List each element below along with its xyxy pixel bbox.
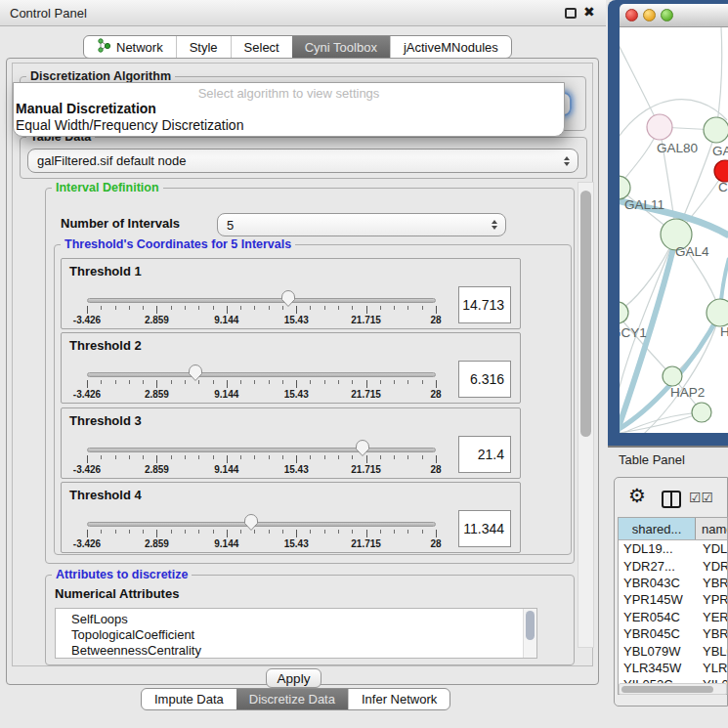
threshold-value-field[interactable]: 14.713 xyxy=(458,286,511,323)
panel-scrollbar-track[interactable] xyxy=(578,182,594,648)
tick-mark xyxy=(296,380,297,388)
table-row[interactable]: YDL19...YDL1 xyxy=(619,540,727,557)
threshold-value-field[interactable]: 21.4 xyxy=(458,436,511,473)
threshold-value-field[interactable]: 11.344 xyxy=(458,510,511,547)
zoom-window-icon[interactable] xyxy=(661,9,673,21)
tick-mark xyxy=(227,530,228,537)
tab-label: Select xyxy=(244,40,279,55)
threshold-row-1: Threshold 1 -3.4262.8599.14415.4321.7152… xyxy=(61,258,521,329)
tick-mark xyxy=(422,380,423,384)
table-data-select[interactable]: galFiltered.sif default node xyxy=(27,149,578,173)
float-panel-icon[interactable] xyxy=(565,8,577,19)
tick-mark xyxy=(213,380,214,384)
slider-track[interactable] xyxy=(87,522,436,527)
dropdown-option-manual[interactable]: Manual Discretization xyxy=(14,101,564,117)
dropdown-option-equal-width[interactable]: Equal Width/Frequency Discretization xyxy=(14,117,564,134)
slider-track[interactable] xyxy=(87,372,436,377)
tick-label: 9.144 xyxy=(214,389,238,400)
network-node[interactable] xyxy=(647,114,672,140)
tab-style[interactable]: Style xyxy=(176,36,231,58)
numerical-attributes-list[interactable]: SelfLoopsTopologicalCoefficientBetweenne… xyxy=(55,608,537,659)
tick-mark xyxy=(310,530,311,534)
table-row[interactable]: YPR145WYPR1 xyxy=(619,591,727,608)
split-columns-icon[interactable] xyxy=(662,491,681,508)
apply-button[interactable]: Apply xyxy=(266,668,321,688)
network-view-window[interactable]: GAL80GAGAL11CGAL4GCY1HHAP2 xyxy=(608,0,728,446)
tick-mark xyxy=(269,380,270,384)
tick-mark xyxy=(171,306,172,310)
tick-mark xyxy=(240,455,241,459)
close-panel-icon[interactable]: ✖ xyxy=(583,4,595,20)
list-scrollbar-track[interactable] xyxy=(523,609,536,658)
threshold-slider[interactable]: -3.4262.8599.14415.4321.71528 xyxy=(87,512,436,553)
tick-label: 9.144 xyxy=(214,315,238,325)
close-window-icon[interactable] xyxy=(625,9,638,21)
tick-mark xyxy=(227,455,228,463)
tick-mark xyxy=(269,455,270,459)
tab-cyni-toolbox[interactable]: Cyni Toolbox xyxy=(292,36,390,58)
slider-scale: -3.4262.8599.14415.4321.71528 xyxy=(87,380,436,404)
tick-mark xyxy=(352,530,353,534)
dropdown-hint: Select algorithm to view settings xyxy=(14,83,564,101)
select-columns-icon[interactable]: ☑☑ xyxy=(689,490,713,505)
tab-jactivemnodules[interactable]: jActiveMNodules xyxy=(390,36,511,58)
threshold-slider[interactable]: -3.4262.8599.14415.4321.71528 xyxy=(87,438,436,479)
column-header-shared-name[interactable]: shared... xyxy=(619,518,696,539)
table-hscrollbar-track[interactable] xyxy=(619,683,727,695)
table-cell: YBL0 xyxy=(696,644,727,659)
network-node[interactable] xyxy=(663,366,682,386)
threshold-slider[interactable]: -3.4262.8599.14415.4321.71528 xyxy=(87,288,436,329)
tick-label: 28 xyxy=(430,538,441,549)
threshold-value-field[interactable]: 6.316 xyxy=(458,361,511,398)
table-panel-title: Table Panel xyxy=(619,452,685,467)
num-intervals-select[interactable]: 5 xyxy=(217,213,506,236)
tick-mark xyxy=(436,455,437,463)
table-row[interactable]: YER054CYER0 xyxy=(619,609,727,625)
minimize-window-icon[interactable] xyxy=(643,9,656,21)
tick-mark xyxy=(338,455,339,459)
tick-label: -3.426 xyxy=(73,538,101,549)
table-row[interactable]: YDR27...YDR2 xyxy=(619,557,727,574)
gear-icon[interactable]: ⚙ xyxy=(628,485,646,506)
node-attribute-table[interactable]: shared... name YDL19...YDL1YDR27...YDR2Y… xyxy=(618,517,728,695)
network-node[interactable] xyxy=(714,160,728,182)
tick-mark xyxy=(156,380,157,388)
tick-mark xyxy=(394,530,395,534)
tick-mark xyxy=(407,530,408,534)
table-hscrollbar-thumb[interactable] xyxy=(621,686,713,693)
list-scrollbar-thumb[interactable] xyxy=(526,611,535,640)
network-canvas[interactable]: GAL80GAGAL11CGAL4GCY1HHAP2 xyxy=(620,27,728,433)
tick-mark xyxy=(254,380,255,384)
network-node[interactable] xyxy=(704,117,728,143)
tab-discretize-data[interactable]: Discretize Data xyxy=(236,689,348,709)
network-node[interactable] xyxy=(707,299,728,326)
tick-mark xyxy=(394,455,395,459)
panel-scrollbar-thumb[interactable] xyxy=(580,191,591,437)
table-row[interactable]: YBR043CYBR0 xyxy=(619,575,727,591)
network-window-titlebar[interactable] xyxy=(620,4,728,27)
tick-mark xyxy=(101,530,102,534)
slider-track[interactable] xyxy=(87,298,436,303)
attribute-list-item[interactable]: BetweennessCentrality xyxy=(56,643,536,659)
tab-select[interactable]: Select xyxy=(231,36,292,58)
table-row[interactable]: YLR345WYLR3 xyxy=(619,660,727,676)
table-row[interactable]: YBR045CYBR0 xyxy=(619,625,727,642)
tab-label: jActiveMNodules xyxy=(404,40,498,55)
network-node-label: GAL4 xyxy=(675,244,709,259)
network-node[interactable] xyxy=(692,403,711,422)
tab-infer-network[interactable]: Infer Network xyxy=(348,689,450,709)
tab-network[interactable]: Network xyxy=(84,36,176,58)
tick-mark xyxy=(87,530,88,537)
threshold-row-2: Threshold 2 -3.4262.8599.14415.4321.7152… xyxy=(61,332,521,404)
tick-mark xyxy=(352,455,353,459)
tick-mark xyxy=(296,306,297,314)
tick-label: 28 xyxy=(430,315,441,325)
table-row[interactable]: YBL079WYBL0 xyxy=(619,642,727,659)
threshold-slider[interactable]: -3.4262.8599.14415.4321.71528 xyxy=(87,363,436,404)
slider-track[interactable] xyxy=(87,448,436,452)
attribute-list-item[interactable]: SelfLoops xyxy=(56,612,536,627)
attribute-list-item[interactable]: TopologicalCoefficient xyxy=(56,627,536,643)
table-cell: YDR2 xyxy=(696,559,727,574)
tab-impute-data[interactable]: Impute Data xyxy=(142,689,236,709)
column-header-name[interactable]: name xyxy=(696,518,727,539)
